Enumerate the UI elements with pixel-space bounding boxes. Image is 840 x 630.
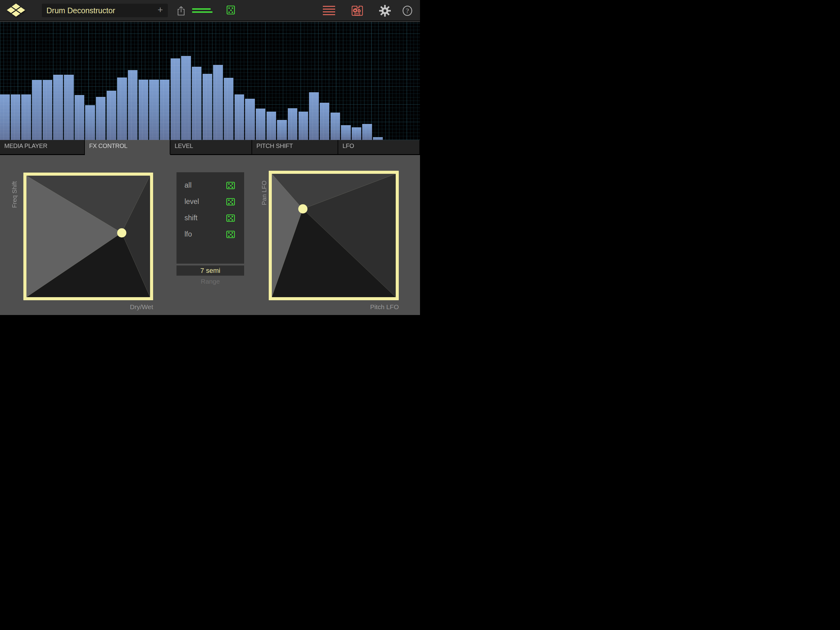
randomize-label: lfo <box>185 230 192 238</box>
xy-pad-thumb[interactable] <box>117 228 126 237</box>
svg-text:?: ? <box>406 7 409 14</box>
preset-name: Drum Deconstructor <box>42 6 158 15</box>
tab-label: LEVEL <box>175 142 193 149</box>
tab-label: PITCH SHIFT <box>256 142 293 149</box>
spectrum-bar <box>320 103 330 140</box>
dry-wet-axis-label: Dry/Wet <box>92 303 153 311</box>
tape-recorder-icon[interactable] <box>351 0 364 21</box>
settings-gear-icon[interactable] <box>379 0 391 21</box>
spectrum-bar <box>298 112 308 140</box>
spectrum-bar <box>96 97 106 140</box>
randomize-label: shift <box>185 214 197 222</box>
range-stepper[interactable]: 7 semi <box>177 266 244 275</box>
xy-pad-freqshift-drywet[interactable] <box>24 173 153 300</box>
tab-media-player[interactable]: MEDIA PLAYER <box>0 140 85 155</box>
spectrum-bar <box>352 127 362 140</box>
menu-lines-icon[interactable] <box>322 0 336 21</box>
spectrum-bar <box>139 80 148 140</box>
tab-fx-control[interactable]: FX CONTROL <box>85 140 171 155</box>
spectrum-bar <box>11 95 21 140</box>
spectrum-bar <box>171 59 180 140</box>
dice-icon[interactable] <box>226 231 235 238</box>
help-icon[interactable]: ? <box>401 0 413 21</box>
sync-lines-icon[interactable] <box>192 0 213 21</box>
tab-label: FX CONTROL <box>89 142 127 149</box>
spectrum-bar <box>160 80 170 140</box>
spectrum-bar <box>373 137 383 140</box>
xy-pad-thumb[interactable] <box>298 204 308 214</box>
tab-pitch-shift[interactable]: PITCH SHIFT <box>252 140 338 155</box>
tab-level[interactable]: LEVEL <box>171 140 252 155</box>
spectrum-bar <box>192 67 202 140</box>
spectrum-bar <box>53 75 63 140</box>
spectrum-bar <box>32 80 42 140</box>
xy-pad-panlfo-pitchlfo[interactable] <box>269 171 399 300</box>
spectrum-bar <box>203 74 212 140</box>
spectrum-analyzer <box>0 22 420 140</box>
spectrum-bar <box>149 80 159 140</box>
pitch-lfo-axis-label: Pitch LFO <box>338 303 399 311</box>
dice-icon[interactable] <box>226 182 235 189</box>
spectrum-bar <box>117 78 127 140</box>
preset-name-field[interactable]: Drum Deconstructor + <box>42 4 168 17</box>
spectrum-bar <box>245 99 255 140</box>
tab-label: MEDIA PLAYER <box>4 142 47 149</box>
spectrum-bar <box>341 125 351 140</box>
dice-icon[interactable] <box>226 198 235 206</box>
randomize-panel: all level shift lfo <box>177 172 244 264</box>
spectrum-bar <box>75 95 85 140</box>
spectrum-bar <box>43 80 52 140</box>
range-label: Range <box>177 278 244 285</box>
freq-shift-axis-label: Freq Shift <box>11 171 18 208</box>
tab-lfo[interactable]: LFO <box>338 140 419 155</box>
randomize-row-level: level <box>177 193 244 210</box>
tab-label: LFO <box>343 142 354 149</box>
dice-icon[interactable] <box>226 214 235 222</box>
dice-icon[interactable] <box>226 0 235 21</box>
toolbar: Drum Deconstructor + <box>0 0 420 21</box>
spectrum-bar <box>128 70 138 140</box>
spectrum-bar <box>267 112 276 140</box>
range-value: 7 semi <box>201 267 221 275</box>
spectrum-bar <box>288 108 298 140</box>
pan-lfo-axis-label: Pan LFO <box>261 173 268 205</box>
spectrum-bar <box>0 95 10 140</box>
spectrum-bar <box>21 95 31 140</box>
app-window: Drum Deconstructor + <box>0 0 420 315</box>
share-icon[interactable] <box>176 0 186 21</box>
randomize-row-lfo: lfo <box>177 226 244 242</box>
app-logo-icon[interactable] <box>6 3 26 18</box>
spectrum-bar <box>330 112 340 140</box>
randomize-label: level <box>185 198 199 206</box>
spectrum-bar <box>256 109 266 140</box>
spectrum-bar <box>309 92 319 140</box>
randomize-label: all <box>185 181 191 190</box>
spectrum-bar <box>181 56 191 140</box>
spectrum-bar <box>224 78 234 140</box>
randomize-row-all: all <box>177 177 244 193</box>
spectrum-bar <box>235 95 245 140</box>
spectrum-bar <box>362 124 372 140</box>
add-preset-button[interactable]: + <box>158 5 168 16</box>
spectrum-bar <box>107 91 117 140</box>
randomize-row-shift: shift <box>177 210 244 226</box>
tab-bar: MEDIA PLAYERFX CONTROLLEVELPITCH SHIFTLF… <box>0 140 420 155</box>
spectrum-bar <box>277 120 287 140</box>
spectrum-bar <box>64 75 74 140</box>
spectrum-bar <box>213 65 223 140</box>
spectrum-bar <box>85 105 95 140</box>
